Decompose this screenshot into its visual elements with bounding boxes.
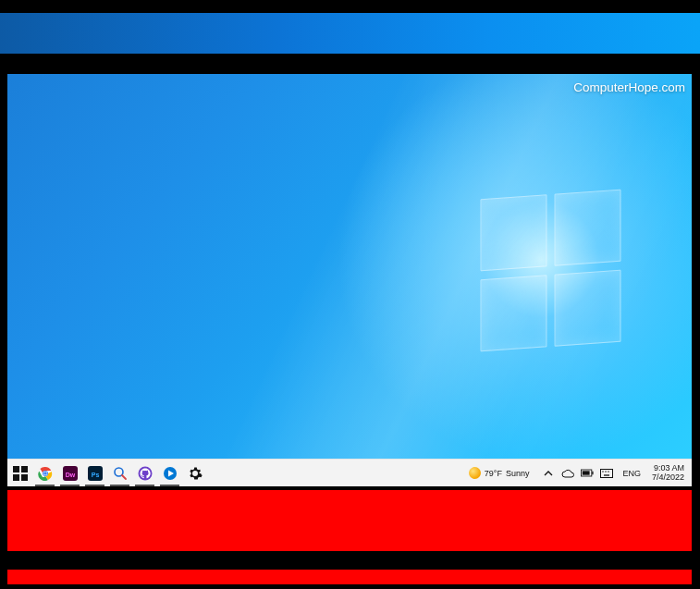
svg-rect-2 xyxy=(13,474,19,481)
gear-icon xyxy=(188,466,203,481)
magnifier-icon xyxy=(113,466,128,481)
weather-widget[interactable]: 79°F Sunny xyxy=(463,460,535,486)
battery-icon xyxy=(581,469,594,477)
search-button[interactable] xyxy=(107,460,132,486)
taskbar-pinned-apps: Dw Ps xyxy=(7,460,207,486)
photoshop-button[interactable]: Ps xyxy=(82,460,107,486)
weather-temp: 79°F xyxy=(485,469,502,478)
keyboard-icon xyxy=(600,469,613,478)
settings-button[interactable] xyxy=(182,460,207,486)
svg-rect-3 xyxy=(21,474,28,481)
onedrive-tray-icon[interactable] xyxy=(561,467,574,480)
media-button[interactable] xyxy=(157,460,182,486)
ime-tray-icon[interactable] xyxy=(600,467,613,480)
svg-rect-1 xyxy=(21,466,28,472)
clock-date: 7/4/2022 xyxy=(652,473,684,483)
cloud-icon xyxy=(561,469,574,478)
language-indicator[interactable]: ENG xyxy=(620,469,643,478)
dreamweaver-icon: Dw xyxy=(63,466,78,481)
taskbar-clock[interactable]: 9:03 AM 7/4/2022 xyxy=(648,464,688,483)
taskbar: Dw Ps xyxy=(7,459,692,486)
taskbar-system-tray: 79°F Sunny xyxy=(463,460,692,486)
svg-point-17 xyxy=(193,472,197,475)
svg-point-7 xyxy=(43,472,47,475)
decorative-red-bar xyxy=(7,490,692,551)
chrome-button[interactable] xyxy=(32,460,57,486)
svg-rect-20 xyxy=(583,471,590,474)
chevron-up-icon xyxy=(544,469,553,478)
svg-text:Dw: Dw xyxy=(65,471,75,477)
play-icon xyxy=(163,466,178,481)
weather-condition: Sunny xyxy=(506,469,530,478)
photoshop-icon: Ps xyxy=(88,466,103,481)
svg-rect-19 xyxy=(593,472,594,475)
svg-text:Ps: Ps xyxy=(91,471,99,477)
svg-rect-21 xyxy=(601,469,613,477)
dreamweaver-button[interactable]: Dw xyxy=(57,460,82,486)
decorative-bottom-red-bar xyxy=(7,570,692,584)
github-button[interactable] xyxy=(132,460,157,486)
decorative-black-gap xyxy=(0,551,700,570)
svg-line-13 xyxy=(122,475,126,479)
start-button[interactable] xyxy=(7,460,32,486)
watermark-text: ComputerHope.com xyxy=(573,80,685,94)
tray-overflow-button[interactable] xyxy=(542,467,555,480)
windows-logo-icon xyxy=(481,190,621,352)
battery-tray-icon[interactable] xyxy=(581,467,594,480)
decorative-top-bar xyxy=(0,13,700,54)
svg-rect-0 xyxy=(13,466,19,472)
windows-desktop: ComputerHope.com xyxy=(7,74,692,486)
desktop-wallpaper[interactable] xyxy=(7,74,692,486)
chrome-icon xyxy=(38,466,53,481)
sun-icon xyxy=(469,467,481,479)
windows-icon xyxy=(13,466,28,481)
github-icon xyxy=(138,466,153,481)
